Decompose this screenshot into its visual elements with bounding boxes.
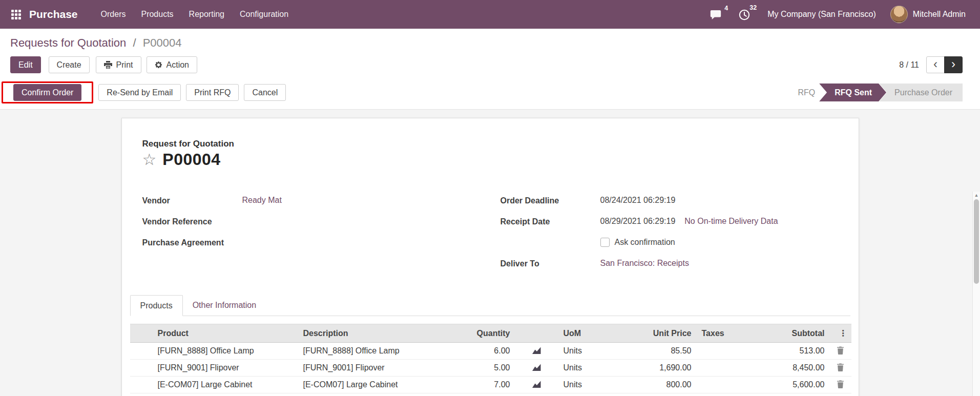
delete-row-icon[interactable] <box>837 346 844 355</box>
forecast-icon[interactable] <box>532 364 541 371</box>
vertical-scrollbar: ▲ <box>972 192 980 396</box>
messages-button[interactable]: 4 <box>710 9 724 20</box>
description-column-header: Description <box>298 324 433 343</box>
control-panel: Requests for Quotation / P00004 Edit Cre… <box>0 29 980 80</box>
main-menu: Orders Products Reporting Configuration <box>93 5 297 24</box>
order-line-row[interactable]: [E-COM07] Large Cabinet [E-COM07] Large … <box>130 377 851 393</box>
forecast-icon[interactable] <box>532 381 541 388</box>
scroll-up-arrow[interactable]: ▲ <box>973 193 980 198</box>
breadcrumb: Requests for Quotation / P00004 <box>10 36 963 50</box>
resend-by-email-button[interactable]: Re-Send by Email <box>98 84 181 101</box>
order-line-row[interactable]: [FURN_8888] Office Lamp [FURN_8888] Offi… <box>130 343 851 360</box>
favorite-star-icon[interactable]: ☆ <box>142 152 157 168</box>
cell-uom: Units <box>558 343 620 360</box>
cell-quantity: 6.00 <box>433 343 515 360</box>
status-step-rfq-sent[interactable]: RFQ Sent <box>819 84 886 101</box>
cell-taxes <box>697 377 748 393</box>
pager-previous-button[interactable]: ‹ <box>926 56 945 73</box>
handle-column-header <box>130 324 153 343</box>
navbar-systray: 4 32 My Company (San Francisco) Mitchell… <box>710 6 966 23</box>
order-line-row[interactable]: [FURN_9001] Flipover [FURN_9001] Flipove… <box>130 360 851 377</box>
statusbar-row: Confirm Order Re-Send by Email Print RFQ… <box>0 80 980 110</box>
printer-icon <box>104 61 112 69</box>
deliver-to-value-link[interactable]: San Francisco: Receipts <box>600 259 689 268</box>
cell-subtotal: 513.00 <box>748 343 830 360</box>
field-purchase-agreement: Purchase Agreement <box>142 238 480 259</box>
status-step-purchase-order[interactable]: Purchase Order <box>879 84 963 101</box>
deliver-to-label: Deliver To <box>501 259 600 268</box>
cell-description: [E-COM07] Large Cabinet <box>298 377 433 393</box>
ask-confirmation-label: Ask confirmation <box>615 238 675 246</box>
order-deadline-label: Order Deadline <box>501 196 600 205</box>
scrollbar-thumb[interactable] <box>974 199 979 284</box>
status-pipeline: RFQ RFQ Sent Purchase Order <box>788 84 963 101</box>
create-button[interactable]: Create <box>49 56 90 73</box>
field-order-deadline: Order Deadline 08/24/2021 06:29:19 <box>501 196 838 217</box>
taxes-column-header: Taxes <box>697 324 748 343</box>
cell-taxes <box>697 360 748 377</box>
company-switcher[interactable]: My Company (San Francisco) <box>767 10 876 19</box>
ontime-delivery-link[interactable]: No On-time Delivery Data <box>684 217 778 226</box>
confirm-order-button[interactable]: Confirm Order <box>13 84 81 101</box>
cell-uom: Units <box>558 360 620 377</box>
cell-quantity: 5.00 <box>433 360 515 377</box>
apps-grid-icon <box>11 10 21 19</box>
action-label: Action <box>166 60 189 70</box>
edit-button[interactable]: Edit <box>10 56 41 73</box>
field-receipt-date: Receipt Date 08/29/2021 06:29:19 No On-t… <box>501 217 838 238</box>
notebook-tabs: Products Other Information <box>130 295 850 316</box>
top-navbar: Purchase Orders Products Reporting Confi… <box>0 0 980 29</box>
vendor-label: Vendor <box>142 196 242 205</box>
delete-row-icon[interactable] <box>837 363 844 371</box>
product-column-header: Product <box>153 324 298 343</box>
receipt-date-value: 08/29/2021 06:29:19 <box>600 217 676 226</box>
vendor-reference-label: Vendor Reference <box>142 217 242 226</box>
app-brand[interactable]: Purchase <box>29 8 78 20</box>
status-step-rfq[interactable]: RFQ <box>788 84 826 101</box>
cell-uom: Units <box>558 377 620 393</box>
cell-unit-price: 1,690.00 <box>620 360 697 377</box>
cell-description: [FURN_9001] Flipover <box>298 360 433 377</box>
cell-product: [FURN_8888] Office Lamp <box>153 343 298 360</box>
gear-icon <box>155 61 162 69</box>
tab-products[interactable]: Products <box>130 295 183 316</box>
menu-orders[interactable]: Orders <box>93 5 134 24</box>
messages-badge: 4 <box>724 5 728 12</box>
print-button[interactable]: Print <box>96 56 141 73</box>
breadcrumb-separator: / <box>133 36 136 49</box>
forecast-column-header <box>515 324 558 343</box>
forecast-icon[interactable] <box>532 347 541 355</box>
pager-counter[interactable]: 8 / 11 <box>899 60 919 70</box>
unit-price-column-header: Unit Price <box>620 324 697 343</box>
activities-badge: 32 <box>749 4 757 11</box>
pager-next-button[interactable]: › <box>944 56 963 73</box>
cell-unit-price: 85.50 <box>620 343 697 360</box>
document-type-label: Request for Quotation <box>142 139 838 149</box>
cell-description: [FURN_8888] Office Lamp <box>298 343 433 360</box>
menu-configuration[interactable]: Configuration <box>232 5 296 24</box>
field-vendor: Vendor Ready Mat <box>142 196 480 217</box>
activities-button[interactable]: 32 <box>739 8 753 20</box>
breadcrumb-parent-link[interactable]: Requests for Quotation <box>10 36 126 49</box>
cancel-button[interactable]: Cancel <box>244 84 286 101</box>
apps-menu-button[interactable] <box>8 7 24 23</box>
tab-other-information[interactable]: Other Information <box>183 295 266 316</box>
delete-row-icon[interactable] <box>837 380 844 388</box>
cell-product: [FURN_9001] Flipover <box>153 360 298 377</box>
print-rfq-button[interactable]: Print RFQ <box>186 84 239 101</box>
user-name: Mitchell Admin <box>913 10 966 19</box>
optional-columns-toggle[interactable]: ⋮ <box>830 324 851 343</box>
vendor-value-link[interactable]: Ready Mat <box>242 196 282 205</box>
menu-products[interactable]: Products <box>133 5 181 24</box>
order-deadline-value: 08/24/2021 06:29:19 <box>600 196 676 205</box>
form-sheet: Request for Quotation ☆ P00004 Vendor Re… <box>121 118 859 396</box>
table-header-row: Product Description Quantity UoM Unit Pr… <box>130 324 851 343</box>
ask-confirmation-checkbox[interactable] <box>600 238 610 247</box>
user-menu[interactable]: Mitchell Admin <box>890 6 966 23</box>
cell-unit-price: 800.00 <box>620 377 697 393</box>
subtotal-column-header: Subtotal <box>748 324 830 343</box>
control-panel-buttons: Edit Create Print Action 8 / 11 ‹ › <box>10 56 963 80</box>
order-lines-table: Product Description Quantity UoM Unit Pr… <box>130 324 851 393</box>
menu-reporting[interactable]: Reporting <box>181 5 232 24</box>
action-button[interactable]: Action <box>147 56 197 73</box>
